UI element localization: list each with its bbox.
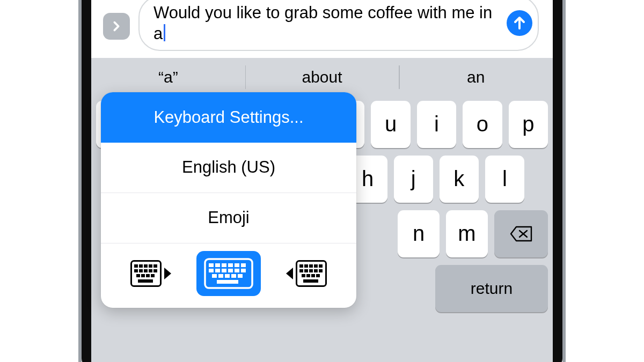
- svg-rect-6: [144, 264, 148, 268]
- svg-rect-43: [309, 264, 313, 268]
- send-button[interactable]: [507, 10, 532, 36]
- svg-rect-36: [231, 274, 236, 278]
- compose-row: Would you like to grab some coffee with …: [91, 0, 553, 51]
- text-cursor: [164, 24, 165, 41]
- one-handed-left-button[interactable]: [128, 254, 175, 293]
- svg-rect-41: [299, 264, 303, 268]
- svg-marker-19: [164, 268, 171, 279]
- svg-rect-44: [314, 264, 318, 268]
- svg-rect-55: [303, 279, 318, 283]
- svg-rect-45: [319, 264, 323, 268]
- svg-rect-18: [138, 279, 153, 283]
- key-i[interactable]: i: [417, 101, 456, 148]
- svg-rect-32: [241, 269, 246, 272]
- svg-rect-7: [149, 264, 152, 268]
- svg-rect-51: [302, 274, 305, 277]
- svg-rect-33: [212, 274, 217, 278]
- svg-rect-48: [309, 269, 313, 272]
- message-input[interactable]: Would you like to grab some coffee with …: [138, 0, 539, 51]
- svg-rect-23: [222, 263, 226, 267]
- keyboard-menu-popover: Keyboard Settings... English (US) Emoji: [101, 92, 356, 308]
- key-p[interactable]: p: [509, 101, 548, 148]
- key-l[interactable]: l: [485, 156, 524, 203]
- svg-rect-5: [139, 264, 143, 268]
- menu-item-emoji[interactable]: Emoji: [101, 193, 356, 243]
- svg-rect-11: [144, 269, 148, 272]
- menu-item-english-us[interactable]: English (US): [101, 143, 356, 193]
- svg-rect-54: [316, 274, 320, 277]
- svg-rect-22: [215, 263, 220, 267]
- svg-rect-29: [222, 269, 226, 272]
- svg-rect-35: [225, 274, 230, 278]
- svg-rect-50: [319, 269, 323, 272]
- suggestion-1[interactable]: “a”: [91, 58, 245, 97]
- svg-rect-47: [304, 269, 308, 272]
- svg-rect-12: [149, 269, 152, 272]
- quicktype-suggestions: “a” about an: [91, 58, 553, 97]
- keyboard-layout-picker: [101, 243, 356, 308]
- suggestion-2[interactable]: about: [245, 58, 399, 97]
- delete-key[interactable]: [494, 210, 548, 257]
- svg-rect-53: [311, 274, 315, 277]
- svg-rect-49: [314, 269, 318, 272]
- menu-item-keyboard-settings[interactable]: Keyboard Settings...: [101, 92, 356, 143]
- svg-rect-26: [241, 263, 246, 267]
- svg-rect-4: [134, 264, 138, 268]
- message-text: Would you like to grab some coffee with …: [153, 3, 492, 43]
- screen: Would you like to grab some coffee with …: [91, 0, 553, 362]
- svg-rect-21: [209, 263, 214, 267]
- svg-rect-15: [141, 274, 145, 277]
- key-j[interactable]: j: [394, 156, 433, 203]
- svg-marker-39: [286, 268, 293, 279]
- svg-rect-13: [153, 269, 157, 272]
- svg-rect-38: [217, 280, 238, 284]
- svg-rect-8: [153, 264, 157, 268]
- key-n[interactable]: n: [398, 210, 440, 257]
- svg-rect-52: [306, 274, 310, 277]
- key-u[interactable]: u: [371, 101, 410, 148]
- svg-rect-27: [209, 269, 214, 272]
- svg-rect-16: [146, 274, 150, 277]
- svg-rect-31: [235, 269, 239, 272]
- keyboard-left-icon: [130, 260, 172, 287]
- svg-rect-28: [215, 269, 220, 272]
- key-o[interactable]: o: [463, 101, 502, 148]
- key-k[interactable]: k: [440, 156, 479, 203]
- svg-rect-10: [139, 269, 143, 272]
- svg-rect-17: [151, 274, 155, 277]
- return-key[interactable]: return: [435, 265, 548, 312]
- svg-rect-9: [134, 269, 138, 272]
- one-handed-right-button[interactable]: [282, 254, 330, 293]
- svg-rect-34: [218, 274, 223, 278]
- chevron-right-icon: [111, 20, 122, 32]
- key-m[interactable]: m: [446, 210, 488, 257]
- svg-rect-37: [238, 274, 243, 278]
- svg-rect-25: [235, 263, 239, 267]
- svg-rect-42: [304, 264, 308, 268]
- keyboard-right-icon: [285, 260, 327, 287]
- suggestion-3[interactable]: an: [399, 58, 553, 97]
- svg-rect-24: [228, 263, 233, 267]
- svg-rect-14: [136, 274, 140, 277]
- keyboard-full-icon: [204, 258, 253, 289]
- delete-icon: [510, 226, 532, 242]
- arrow-up-icon: [513, 16, 526, 31]
- full-keyboard-button[interactable]: [196, 251, 261, 296]
- svg-rect-46: [299, 269, 303, 272]
- expand-apps-button[interactable]: [103, 13, 130, 40]
- svg-rect-30: [228, 269, 233, 272]
